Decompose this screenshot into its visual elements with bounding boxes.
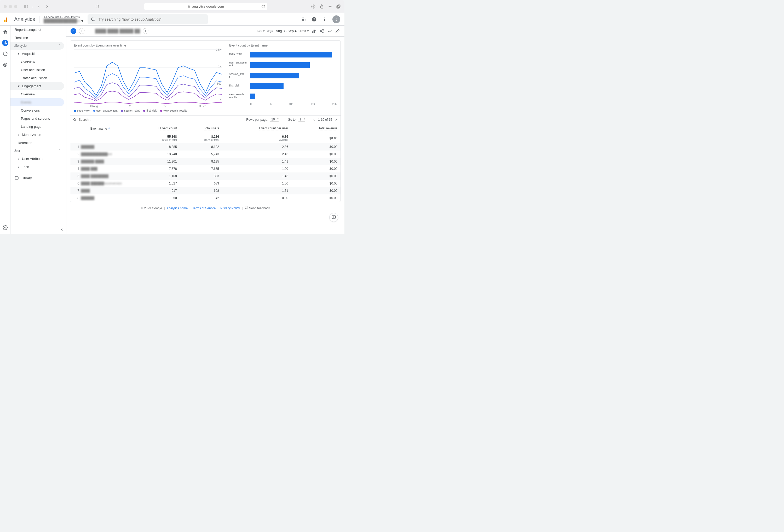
footer-feedback[interactable]: Send feedback	[249, 206, 270, 210]
footer-analytics-home[interactable]: Analytics home	[166, 206, 188, 210]
line-chart[interactable]: 1.5K 1K 500 0	[74, 49, 222, 104]
go-to-input[interactable]: 1	[299, 118, 305, 122]
sidebar-collapse-icon[interactable]	[60, 228, 64, 232]
shield-icon[interactable]	[94, 3, 100, 10]
sidebar-library[interactable]: Library	[10, 173, 66, 183]
footer-tos[interactable]: Terms of Service	[192, 206, 216, 210]
sidebar-reports-snapshot[interactable]: Reports snapshot	[10, 26, 66, 34]
table-row[interactable]: 7 ████9176081.51$0.00	[70, 187, 340, 194]
bar-chart[interactable]: page_viewuser_engagem entsession_star tf…	[229, 49, 337, 102]
col-total-revenue[interactable]: Total revenue	[318, 127, 337, 131]
sidebar-pages-screens[interactable]: Pages and screens	[10, 114, 66, 122]
svg-point-24	[324, 18, 325, 18]
table-row[interactable]: 4 ████ ███7,6787,6551.00$0.00	[70, 165, 340, 172]
share-report-icon[interactable]	[319, 28, 325, 34]
add-dimension-button[interactable]: +	[108, 126, 110, 131]
table-row[interactable]: 5 ████ ████████1,1688031.46$0.00	[70, 172, 340, 180]
svg-rect-2	[188, 6, 190, 7]
sidebar-user-acquisition[interactable]: User acquisition	[10, 66, 66, 74]
legend-item[interactable]: page_view	[74, 109, 90, 112]
svg-point-21	[305, 20, 306, 21]
rail-home-icon[interactable]	[2, 29, 8, 35]
sidebar-toggle[interactable]	[23, 3, 29, 10]
bar-label: page_view	[229, 52, 248, 55]
address-bar[interactable]: analytics.google.com	[144, 3, 267, 10]
sidebar-monetization[interactable]: ▸Monetization	[10, 131, 66, 139]
date-range-picker[interactable]: Aug 8 - Sep 4, 2023▾	[276, 29, 309, 33]
sidebar-section-life-cycle[interactable]: Life cycle ⌃	[10, 42, 64, 50]
segment-chip[interactable]: A	[71, 28, 76, 34]
rail-settings-icon[interactable]	[2, 224, 8, 231]
line-chart-card: Event count by Event name over time 1.5K…	[70, 40, 226, 115]
search-input[interactable]	[99, 17, 205, 22]
insights-icon[interactable]	[311, 28, 317, 34]
sidebar-traffic-acquisition[interactable]: Traffic acquisition	[10, 74, 66, 82]
share-icon[interactable]	[319, 4, 324, 9]
avatar[interactable]: J	[332, 16, 340, 23]
rail-reports-icon[interactable]	[2, 40, 8, 46]
bar-row[interactable]	[250, 93, 337, 100]
nav-forward[interactable]	[44, 3, 50, 10]
rows-per-page-select[interactable]: 10	[270, 118, 278, 122]
add-segment-button[interactable]: +	[79, 28, 85, 34]
sidebar-landing-page[interactable]: Landing page	[10, 122, 66, 131]
feedback-fab[interactable]	[329, 213, 338, 222]
property-picker[interactable]: All accounts > Social Intents ██████████…	[44, 16, 83, 23]
library-icon	[15, 176, 19, 180]
legend-item[interactable]: view_search_results	[160, 109, 187, 112]
sidebar-section-user[interactable]: User ⌃	[10, 147, 64, 155]
legend-item[interactable]: session_start	[121, 109, 140, 112]
divider	[39, 16, 39, 23]
table-search-input[interactable]	[79, 118, 131, 121]
table-row[interactable]: 3 ██████ ████11,3018,1351.41$0.00	[70, 158, 340, 165]
col-event-name[interactable]: Event name	[90, 127, 107, 131]
help-icon[interactable]: ?	[311, 17, 317, 22]
table-row[interactable]: 6 ████ ██████toconversion1,0276831.50$0.…	[70, 180, 340, 187]
sidebar-user-attributes[interactable]: ▸User Attributes	[10, 155, 66, 163]
sidebar-retention[interactable]: Retention	[10, 139, 66, 147]
chevron-down-icon[interactable]: ⌄	[31, 5, 33, 8]
sidebar-tech[interactable]: ▸Tech	[10, 163, 66, 171]
property-name: ████████████m	[44, 19, 80, 23]
sidebar-engagement[interactable]: ▾Engagement	[10, 82, 64, 90]
bar-row[interactable]	[250, 62, 337, 68]
refresh-icon[interactable]	[261, 5, 265, 8]
app-name: Analytics	[14, 16, 35, 22]
svg-point-33	[4, 227, 6, 228]
col-event-count[interactable]: Event count	[160, 127, 177, 131]
more-icon[interactable]	[322, 17, 327, 22]
nav-back[interactable]	[35, 3, 42, 10]
footer-privacy[interactable]: Privacy Policy	[220, 206, 240, 210]
trend-icon[interactable]	[327, 28, 332, 34]
table-row[interactable]: 2 ████████████ent13,7405,7432.43$0.00	[70, 150, 340, 158]
apps-icon[interactable]	[301, 17, 306, 22]
col-event-per-user[interactable]: Event count per user	[259, 127, 288, 131]
global-search[interactable]	[88, 15, 208, 24]
col-total-users[interactable]: Total users	[204, 127, 219, 131]
add-comparison-button[interactable]: +	[143, 28, 148, 34]
sort-arrow-icon[interactable]: ↓	[158, 127, 160, 130]
sidebar-acquisition[interactable]: ▾Acquisition	[10, 50, 66, 58]
bar-row[interactable]	[250, 83, 337, 89]
rail-explore-icon[interactable]	[2, 51, 8, 57]
next-page-icon[interactable]	[334, 118, 338, 121]
prev-page-icon[interactable]	[312, 118, 316, 121]
bar-row[interactable]	[250, 52, 337, 58]
table-row[interactable]: 8 ██████50420.00$0.00	[70, 194, 340, 202]
rail-advertising-icon[interactable]	[2, 62, 8, 68]
legend-item[interactable]: user_engagement	[93, 109, 118, 112]
bar-row[interactable]	[250, 73, 337, 79]
sidebar-realtime[interactable]: Realtime	[10, 34, 66, 42]
tabs-icon[interactable]	[336, 4, 341, 9]
sidebar-acquisition-overview[interactable]: Overview	[10, 58, 66, 66]
sidebar-conversions[interactable]: Conversions	[10, 106, 66, 114]
edit-icon[interactable]	[335, 28, 340, 34]
svg-point-25	[324, 19, 325, 20]
legend-item[interactable]: first_visit	[143, 109, 157, 112]
table-row[interactable]: 1 ██████18,8858,1222.36$0.00	[70, 143, 340, 150]
sidebar-engagement-overview[interactable]: Overview	[10, 90, 66, 98]
svg-rect-27	[4, 43, 4, 45]
sidebar-engagement-events[interactable]: Events	[10, 98, 64, 106]
new-tab-icon[interactable]	[328, 4, 332, 9]
download-icon[interactable]	[311, 4, 316, 9]
